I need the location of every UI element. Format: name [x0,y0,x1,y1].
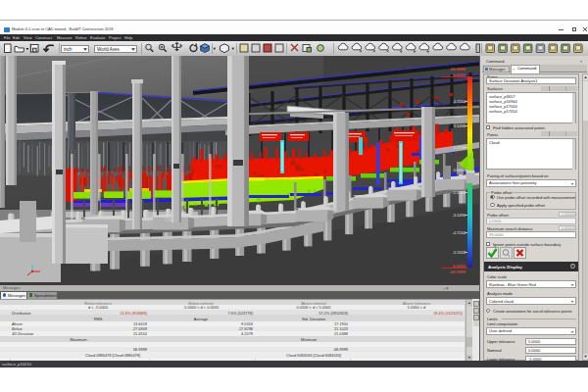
svg-text:-3.1496: -3.1496 [452,213,466,218]
svg-text:3.1496: 3.1496 [454,123,466,128]
svg-text:0.0000: 0.0000 [454,168,466,172]
svg-text:6.0000: 6.0000 [453,73,466,77]
svg-text:-1.5748: -1.5748 [452,190,466,195]
svg-text:4.7244: 4.7244 [454,99,466,104]
svg-text:-5.5118: -5.5118 [453,250,466,255]
svg-text:-4.7244: -4.7244 [452,230,466,235]
svg-text:1.5748: 1.5748 [454,145,466,150]
svg-text:CW: CW [165,218,172,222]
svg-text:-68.9999: -68.9999 [449,270,466,274]
svg-text:68.9999: 68.9999 [451,67,466,72]
